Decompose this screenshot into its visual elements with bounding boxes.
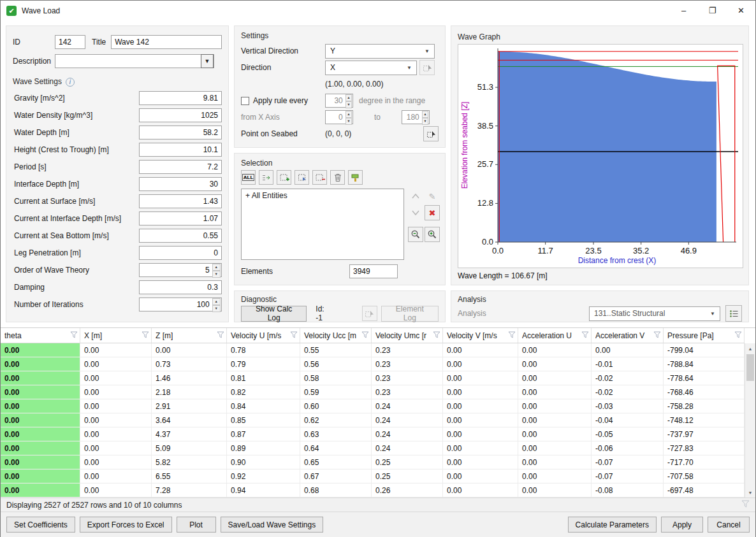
apply-rule-degree-input[interactable]: [326, 96, 345, 105]
edit-selection-button[interactable]: ✎: [425, 189, 440, 204]
filter-icon[interactable]: [142, 331, 149, 340]
filter-icon[interactable]: [433, 331, 440, 340]
column-header[interactable]: Velocity Ucc [m: [300, 328, 372, 343]
clear-selection-button[interactable]: [330, 170, 345, 185]
table-row[interactable]: 0.000.000.730.790.560.230.000.00-0.01-78…: [1, 357, 745, 371]
calculate-parameters-button[interactable]: Calculate Parameters: [568, 517, 657, 533]
apply-rule-degree-field[interactable]: ▲▼: [325, 94, 353, 108]
move-up-button[interactable]: [408, 189, 423, 204]
show-calc-log-button[interactable]: Show Calc Log: [241, 306, 307, 322]
filter-icon[interactable]: [734, 331, 742, 340]
remove-from-selection-button[interactable]: [312, 170, 327, 185]
select-all-button[interactable]: ALL: [241, 170, 256, 185]
to-field[interactable]: ▲▼: [402, 110, 430, 124]
spinner-buttons[interactable]: ▲▼: [212, 264, 221, 276]
plot-button[interactable]: Plot: [177, 517, 216, 533]
id-field[interactable]: [55, 35, 85, 49]
zoom-in-button[interactable]: [425, 227, 440, 242]
setting-input[interactable]: [140, 300, 212, 309]
setting-input[interactable]: [140, 128, 221, 137]
title-field[interactable]: [111, 35, 222, 49]
setting-input[interactable]: [140, 197, 221, 206]
spinner-buttons[interactable]: ▲▼: [422, 111, 428, 124]
setting-input[interactable]: [140, 231, 221, 240]
direction-pick-button[interactable]: [419, 60, 435, 75]
description-field[interactable]: ▼: [55, 54, 214, 68]
column-header[interactable]: Velocity V [m/s: [443, 328, 518, 343]
apply-button[interactable]: Apply: [661, 517, 703, 533]
column-header[interactable]: theta: [1, 328, 80, 343]
add-to-selection-button[interactable]: [277, 170, 291, 185]
setting-field[interactable]: [139, 177, 222, 191]
from-axis-input[interactable]: [326, 113, 345, 122]
zoom-out-button[interactable]: [408, 227, 423, 242]
to-input[interactable]: [403, 113, 422, 122]
table-row[interactable]: 0.000.000.000.780.550.230.000.000.00-799…: [1, 343, 745, 357]
table-row[interactable]: 0.000.005.090.890.640.240.000.00-0.06-72…: [1, 441, 745, 455]
setting-field[interactable]: ▲▼: [139, 297, 222, 311]
title-input[interactable]: [112, 38, 221, 47]
selection-list-item[interactable]: + All Entities: [245, 191, 287, 200]
setting-field[interactable]: [139, 143, 222, 157]
maximize-button[interactable]: ❐: [698, 1, 727, 20]
select-tree-button[interactable]: [259, 170, 273, 185]
setting-field[interactable]: ▲▼: [139, 263, 222, 277]
column-header[interactable]: Acceleration V: [592, 328, 664, 343]
selection-list[interactable]: + All Entities: [241, 189, 404, 260]
filter-icon[interactable]: [741, 500, 750, 510]
setting-input[interactable]: [140, 180, 221, 189]
description-dropdown-icon[interactable]: ▼: [201, 54, 214, 68]
delete-selection-button[interactable]: ✖: [425, 205, 440, 220]
column-header[interactable]: Pressure [Pa]: [664, 328, 745, 343]
element-log-button[interactable]: Element Log: [381, 306, 439, 322]
table-row[interactable]: 0.000.003.640.850.620.240.000.00-0.04-74…: [1, 413, 745, 427]
apply-rule-checkbox[interactable]: [241, 97, 249, 105]
box-selection-button[interactable]: [294, 170, 309, 185]
filter-icon[interactable]: [653, 331, 661, 340]
scroll-down-icon[interactable]: ▼: [745, 487, 755, 498]
table-row[interactable]: 0.000.006.550.920.670.250.000.00-0.07-70…: [1, 469, 745, 483]
setting-field[interactable]: [139, 160, 222, 174]
setting-input[interactable]: [140, 266, 212, 275]
close-button[interactable]: ✕: [727, 1, 755, 20]
setting-input[interactable]: [140, 283, 221, 292]
analysis-select[interactable]: 131..Static Structural▼: [589, 306, 720, 321]
filter-icon[interactable]: [70, 331, 78, 340]
setting-field[interactable]: [139, 280, 222, 294]
vertical-scrollbar[interactable]: ▲ ▼: [745, 343, 755, 498]
column-header[interactable]: Acceleration U: [518, 328, 592, 343]
column-header[interactable]: Velocity U [m/s: [227, 328, 300, 343]
column-header[interactable]: Z [m]: [152, 328, 227, 343]
id-input[interactable]: [56, 38, 84, 47]
setting-input[interactable]: [140, 248, 221, 257]
column-header[interactable]: X [m]: [80, 328, 152, 343]
setting-field[interactable]: [139, 91, 222, 105]
elements-input[interactable]: [351, 267, 396, 276]
point-on-seabed-pick-button[interactable]: [423, 126, 439, 141]
setting-input[interactable]: [140, 111, 221, 120]
spinner-buttons[interactable]: ▲▼: [345, 111, 352, 124]
table-row[interactable]: 0.000.002.180.820.590.230.000.00-0.02-76…: [1, 385, 745, 399]
description-input[interactable]: [56, 57, 201, 66]
filter-icon[interactable]: [217, 331, 224, 340]
elements-field[interactable]: [349, 264, 398, 278]
paint-selection-button[interactable]: [348, 170, 363, 185]
scroll-thumb[interactable]: [746, 354, 754, 381]
info-icon[interactable]: i: [66, 78, 75, 87]
filter-icon[interactable]: [290, 331, 298, 340]
save-load-wave-settings-button[interactable]: Save/Load Wave Settings: [221, 517, 324, 533]
table-row[interactable]: 0.000.005.820.900.650.250.000.00-0.07-71…: [1, 455, 745, 469]
table-row[interactable]: 0.000.002.910.840.600.240.000.00-0.03-75…: [1, 399, 745, 413]
column-header[interactable]: Velocity Umc [r: [372, 328, 443, 343]
setting-input[interactable]: [140, 94, 221, 103]
setting-field[interactable]: [139, 194, 222, 208]
spinner-buttons[interactable]: ▲▼: [345, 94, 352, 107]
setting-input[interactable]: [140, 214, 221, 223]
setting-input[interactable]: [140, 145, 221, 154]
vertical-direction-select[interactable]: Y▼: [325, 44, 435, 59]
from-axis-field[interactable]: ▲▼: [325, 110, 353, 124]
move-down-button[interactable]: [408, 205, 423, 220]
cancel-button[interactable]: Cancel: [708, 517, 750, 533]
setting-field[interactable]: [139, 229, 222, 243]
spinner-buttons[interactable]: ▲▼: [212, 298, 221, 311]
